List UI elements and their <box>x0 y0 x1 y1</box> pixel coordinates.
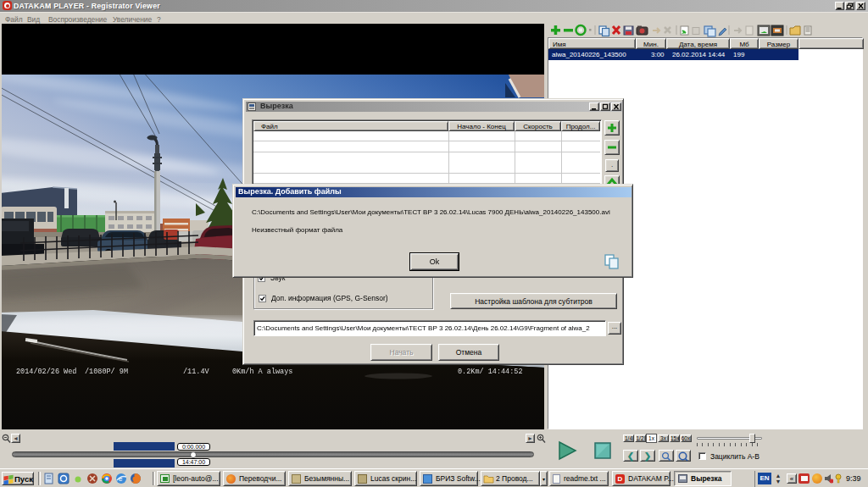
svg-text:e: e <box>119 475 123 483</box>
